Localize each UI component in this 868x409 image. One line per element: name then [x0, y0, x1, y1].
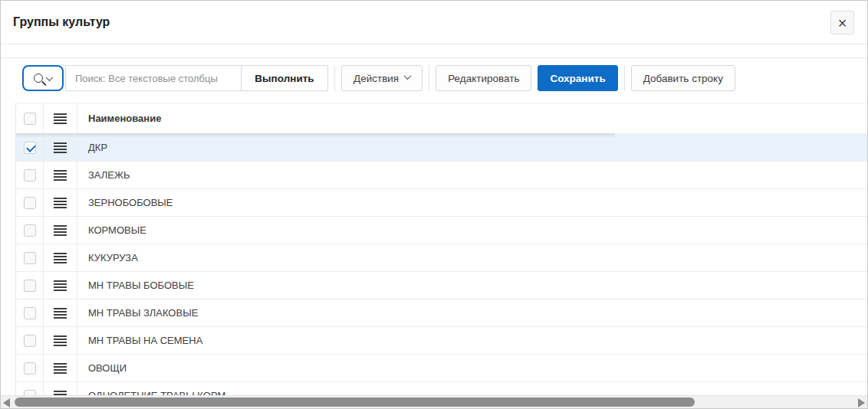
row-actions-header-cell — [44, 103, 77, 133]
row-checkbox[interactable] — [24, 197, 36, 209]
edit-button[interactable]: Редактировать — [436, 65, 531, 91]
row-checkbox[interactable] — [24, 307, 36, 319]
table-row[interactable]: ОВОЩИ — [16, 355, 867, 382]
row-select-cell — [16, 355, 44, 381]
row-checkbox[interactable] — [24, 169, 36, 182]
row-actions-cell — [44, 244, 77, 271]
select-all-header-cell — [16, 103, 44, 133]
save-button[interactable]: Сохранить — [538, 65, 617, 91]
table-row[interactable]: МН ТРАВЫ БОБОВЫЕ — [16, 272, 867, 299]
row-select-cell — [16, 244, 44, 271]
grid-body: ДКР ЗАЛЕЖЬ ЗЕРНОБОБОВЫЕ — [16, 134, 867, 395]
close-button[interactable]: × — [830, 11, 854, 34]
actions-button[interactable]: Действия — [341, 65, 422, 91]
table-row[interactable]: ЗАЛЕЖЬ — [16, 162, 867, 189]
row-name[interactable]: ОВОЩИ — [77, 355, 867, 381]
row-name[interactable]: КОРМОВЫЕ — [77, 217, 867, 244]
row-name[interactable]: МН ТРАВЫ НА СЕМЕНА — [77, 327, 867, 354]
go-button[interactable]: Выполнить — [241, 65, 328, 91]
table-row[interactable]: ЗЕРНОБОБОВЫЕ — [16, 189, 867, 217]
dialog-title: Группы культур — [13, 1, 110, 44]
row-select-cell — [16, 189, 44, 216]
chevron-down-icon — [46, 74, 54, 81]
scrollbar-thumb[interactable] — [15, 398, 695, 407]
actions-button-label: Действия — [353, 73, 399, 84]
row-checkbox[interactable] — [24, 280, 36, 292]
crop-groups-dialog: Группы культур × Выполнить Действия Реда… — [0, 0, 868, 409]
row-select-cell — [16, 134, 44, 161]
search-input[interactable] — [65, 65, 242, 91]
search-options-button[interactable] — [22, 65, 64, 91]
row-actions-icon — [54, 113, 67, 124]
row-menu-icon[interactable] — [54, 170, 67, 181]
table-row[interactable]: КОРМОВЫЕ — [16, 217, 867, 244]
row-actions-cell — [44, 217, 77, 244]
horizontal-scrollbar — [1, 395, 867, 408]
scroll-right-arrow[interactable] — [858, 398, 865, 407]
close-icon: × — [838, 15, 847, 31]
toolbar-divider — [334, 65, 335, 91]
row-checkbox[interactable] — [24, 362, 36, 375]
interactive-grid: Наименование ДКР ЗАЛЕЖЬ — [15, 103, 867, 395]
row-name[interactable]: ЗАЛЕЖЬ — [77, 162, 867, 188]
row-menu-icon[interactable] — [54, 308, 67, 319]
row-checkbox[interactable] — [24, 335, 36, 347]
search-icon — [34, 74, 43, 83]
row-select-cell — [16, 162, 44, 188]
row-actions-cell — [44, 189, 77, 216]
column-header-name[interactable]: Наименование — [77, 103, 867, 133]
toolbar-divider — [429, 65, 429, 91]
row-actions-cell — [44, 355, 77, 381]
row-actions-cell — [44, 299, 77, 326]
chevron-down-icon — [404, 72, 412, 80]
row-menu-icon[interactable] — [54, 280, 67, 291]
row-name[interactable]: ЗЕРНОБОБОВЫЕ — [77, 189, 867, 216]
row-actions-cell — [44, 162, 77, 188]
row-checkbox[interactable] — [24, 390, 36, 396]
row-menu-icon[interactable] — [54, 363, 67, 374]
row-menu-icon[interactable] — [54, 335, 67, 346]
row-select-cell — [16, 217, 44, 244]
row-select-cell — [16, 272, 44, 299]
table-row[interactable]: ОДНОЛЕТНИЕ ТРАВЫ КОРМ — [16, 382, 867, 395]
row-name[interactable]: КУКУРУЗА — [77, 244, 867, 271]
row-name[interactable]: МН ТРАВЫ БОБОВЫЕ — [77, 272, 867, 299]
row-menu-icon[interactable] — [54, 198, 67, 208]
row-select-cell — [16, 382, 44, 395]
add-row-button[interactable]: Добавить строку — [631, 65, 735, 91]
dialog-header: Группы культур × — [1, 1, 867, 44]
row-name[interactable]: ДКР — [77, 134, 867, 161]
select-all-checkbox[interactable] — [24, 113, 36, 125]
table-row[interactable]: ДКР — [16, 134, 867, 162]
row-select-cell — [16, 327, 44, 354]
table-row[interactable]: МН ТРАВЫ НА СЕМЕНА — [16, 327, 867, 355]
toolbar-divider — [624, 65, 625, 91]
row-menu-icon[interactable] — [54, 225, 67, 236]
row-actions-cell — [44, 134, 77, 161]
row-actions-cell — [44, 272, 77, 299]
header-underline — [16, 133, 615, 134]
row-checkbox[interactable] — [24, 224, 36, 237]
table-row[interactable]: МН ТРАВЫ ЗЛАКОВЫЕ — [16, 299, 867, 327]
region-separator — [1, 57, 867, 58]
row-actions-cell — [44, 327, 77, 354]
grid-toolbar: Выполнить Действия Редактировать Сохрани… — [22, 65, 735, 91]
scroll-left-arrow[interactable] — [3, 398, 10, 407]
row-name[interactable]: МН ТРАВЫ ЗЛАКОВЫЕ — [77, 299, 867, 326]
row-checkbox[interactable] — [24, 142, 36, 154]
row-menu-icon[interactable] — [54, 253, 67, 263]
grid-header-row: Наименование — [16, 103, 867, 134]
row-menu-icon[interactable] — [54, 142, 67, 153]
row-select-cell — [16, 299, 44, 326]
table-row[interactable]: КУКУРУЗА — [16, 244, 867, 272]
row-actions-cell — [44, 382, 77, 395]
row-name[interactable]: ОДНОЛЕТНИЕ ТРАВЫ КОРМ — [77, 382, 867, 395]
row-checkbox[interactable] — [24, 252, 36, 264]
